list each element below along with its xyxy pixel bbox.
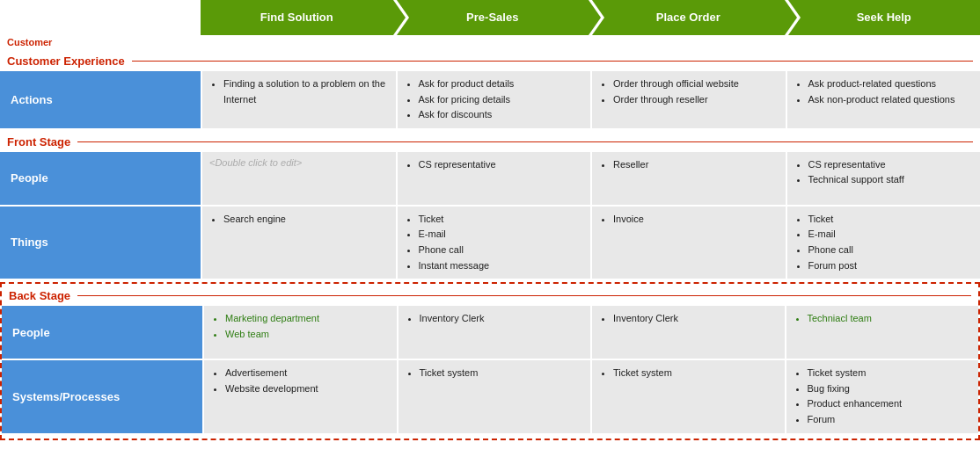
cell-list: Marketing departmentWeb team (211, 311, 390, 342)
section-label-0: Customer Experience (0, 49, 980, 69)
cell-list: Search engine (209, 212, 389, 228)
cell-list: Ticket systemBug fixingProduct enhanceme… (794, 366, 972, 427)
row-cell: Inventory Clerk (592, 306, 785, 359)
row-header: People (0, 152, 201, 205)
list-item: Ticket (808, 212, 974, 228)
list-item: Inventory Clerk (613, 311, 778, 327)
cell-list: TicketE-mailPhone callInstant message (405, 212, 584, 273)
grid-row: ThingsSearch engineTicketE-mailPhone cal… (0, 207, 980, 279)
cell-list: Invoice (599, 212, 779, 228)
stage-arrow-1: Pre-Sales (397, 0, 589, 35)
list-item: Order through reseller (613, 92, 779, 108)
cell-list: Ticket system (406, 366, 584, 381)
customer-label: Customer (0, 35, 980, 49)
cell-list: Techniacl team (794, 311, 972, 327)
list-item: Search engine (223, 212, 389, 228)
cell-list: Order through official websiteOrder thro… (599, 76, 779, 107)
section-label-2: Back Stage (2, 284, 978, 304)
row-cell: Order through official websiteOrder thro… (592, 71, 786, 128)
cell-list: CS representative (405, 157, 584, 173)
list-item: CS representative (419, 157, 584, 173)
list-item: Ask product-related questions (808, 76, 974, 92)
row-cell: Ticket system (592, 360, 785, 432)
cell-list: Inventory Clerk (406, 311, 584, 327)
cell-list: Inventory Clerk (599, 311, 778, 327)
cell-list: Ask for product detailsAsk for pricing d… (405, 76, 584, 123)
grid-row: ActionsFinding a solution to a problem o… (0, 71, 980, 128)
row-cell: Ask for product detailsAsk for pricing d… (398, 71, 591, 128)
cell-list: Reseller (599, 157, 779, 173)
row-cell: Invoice (592, 207, 786, 279)
stage-arrow-3: Seek Help (788, 0, 981, 35)
list-item: Ask for pricing details (419, 92, 584, 108)
list-item: E-mail (419, 227, 584, 243)
grid-row: People<Double click to edit>CS represent… (0, 152, 980, 205)
list-item: Web team (225, 327, 390, 343)
list-item: Bug fixing (808, 381, 972, 397)
list-item: Forum post (808, 258, 974, 274)
row-cell: CS representativeTechnical support staff (787, 152, 981, 205)
row-header: Actions (0, 71, 201, 128)
list-item: Inventory Clerk (420, 311, 584, 327)
list-item: Advertisement (225, 366, 390, 381)
list-item: Website development (225, 381, 390, 397)
row-cell: CS representative (398, 152, 591, 205)
row-header: Systems/Processes (2, 360, 202, 432)
row-cell: Finding a solution to a problem on the I… (202, 71, 396, 128)
cell-list: AdvertisementWebsite development (211, 366, 390, 396)
list-item: Ask for discounts (419, 107, 584, 123)
list-item: Order through official website (613, 76, 779, 92)
row-cell: AdvertisementWebsite development (204, 360, 397, 432)
list-item: Reseller (613, 157, 779, 173)
row-cell: Inventory Clerk (399, 306, 591, 359)
cell-list: TicketE-mailPhone callForum post (794, 212, 974, 273)
row-cell: Techniacl team (786, 306, 979, 359)
list-item: Ask for product details (419, 76, 584, 92)
list-item: Finding a solution to a problem on the I… (223, 76, 389, 107)
header-stages: Find SolutionPre-SalesPlace OrderSeek He… (201, 0, 980, 35)
list-item: Ticket system (613, 366, 778, 381)
list-item: Techniacl team (808, 311, 972, 327)
list-item: Phone call (419, 243, 584, 258)
cell-list: Ask product-related questionsAsk non-pro… (794, 76, 974, 107)
cell-list: CS representativeTechnical support staff (794, 157, 974, 188)
list-item: E-mail (808, 227, 974, 243)
row-cell: Search engine (202, 207, 396, 279)
row-cell: TicketE-mailPhone callInstant message (398, 207, 591, 279)
list-item: Invoice (613, 212, 779, 228)
list-item: Phone call (808, 243, 974, 258)
row-cell: Ask product-related questionsAsk non-pro… (787, 71, 981, 128)
backstage-container: Back StagePeopleMarketing departmentWeb … (0, 282, 980, 439)
list-item: CS representative (808, 157, 974, 173)
row-cell: Ticket system (399, 360, 591, 432)
placeholder-text: <Double click to edit> (209, 157, 302, 168)
stage-arrow-0: Find Solution (201, 0, 393, 35)
section-label-1: Front Stage (0, 130, 980, 150)
cell-list: Ticket system (599, 366, 778, 381)
list-item: Technical support staff (808, 172, 974, 188)
row-header: Things (0, 207, 201, 279)
grid-row: PeopleMarketing departmentWeb teamInvent… (2, 306, 978, 359)
row-cell: Reseller (592, 152, 786, 205)
list-item: Ticket system (420, 366, 584, 381)
list-item: Ask non-product related questions (808, 92, 974, 108)
cell-list: Finding a solution to a problem on the I… (209, 76, 389, 107)
row-cell: <Double click to edit> (202, 152, 396, 205)
list-item: Ticket (419, 212, 584, 228)
stage-arrow-2: Place Order (592, 0, 785, 35)
list-item: Forum (808, 412, 972, 428)
row-header: People (2, 306, 202, 359)
list-item: Marketing department (225, 311, 390, 327)
list-item: Instant message (419, 258, 584, 274)
sections-container: Customer ExperienceActionsFinding a solu… (0, 49, 980, 440)
row-cell: TicketE-mailPhone callForum post (787, 207, 981, 279)
list-item: Product enhancement (808, 396, 972, 412)
list-item: Ticket system (808, 366, 972, 381)
row-cell: Ticket systemBug fixingProduct enhanceme… (786, 360, 979, 432)
grid-row: Systems/ProcessesAdvertisementWebsite de… (2, 360, 978, 432)
row-cell: Marketing departmentWeb team (204, 306, 397, 359)
